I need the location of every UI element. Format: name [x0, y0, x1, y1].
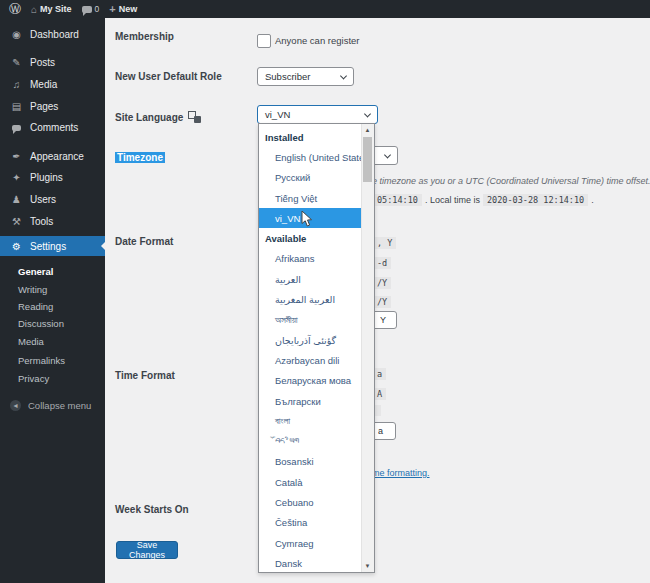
users-icon: ♟ — [10, 193, 23, 206]
language-option[interactable]: Беларуская мова — [259, 371, 362, 391]
new-user-role-value: Subscriber — [265, 71, 310, 82]
new-label: New — [119, 4, 138, 14]
site-language-dropdown-list: Installed English (United States) Русски… — [258, 123, 375, 573]
local-time-value: 2020-03-28 12:14:10 — [483, 194, 588, 206]
language-option[interactable]: Cebuano — [259, 492, 362, 512]
datetime-doc-link[interactable]: me formatting. — [372, 468, 430, 478]
save-changes-button[interactable]: Save Changes — [116, 541, 178, 559]
local-time-text: . Local time is — [425, 195, 480, 205]
language-option[interactable]: العربية — [259, 269, 362, 289]
site-language-label-text: Site Language — [115, 112, 183, 123]
submenu-item-writing[interactable]: Writing — [0, 281, 105, 297]
wordpress-menu-button[interactable]: Ⓦ — [0, 0, 26, 18]
submenu-item-reading[interactable]: Reading — [0, 298, 105, 314]
sidebar-label: Tools — [30, 216, 53, 227]
new-user-role-select[interactable]: Subscriber — [257, 67, 354, 86]
sidebar-item-media[interactable]: ♫Media — [0, 74, 105, 94]
site-language-select[interactable]: vi_VN — [257, 105, 378, 124]
new-content-button[interactable]: + New — [104, 0, 142, 18]
language-option[interactable]: Cymraeg — [259, 533, 362, 553]
admin-bar: Ⓦ ⌂ My Site 0 + New — [0, 0, 650, 18]
plus-icon: + — [109, 3, 115, 15]
anyone-can-register-checkbox[interactable] — [257, 34, 271, 48]
chevron-down-icon — [340, 72, 347, 79]
submenu-item-permalinks[interactable]: Permalinks — [0, 352, 105, 368]
language-option[interactable]: বাংলা — [259, 411, 362, 431]
settings-icon: ⚙ — [10, 240, 23, 253]
chevron-down-icon — [364, 110, 371, 117]
language-option[interactable]: العربية المغربية — [259, 289, 362, 309]
sidebar-label: Pages — [30, 101, 58, 112]
wordpress-logo-icon: Ⓦ — [9, 1, 21, 18]
sidebar-label: Media — [30, 79, 57, 90]
comment-bubble-icon — [82, 6, 92, 13]
sidebar-item-posts[interactable]: ✎Posts — [0, 52, 105, 72]
sidebar-label: Appearance — [30, 151, 84, 162]
language-option[interactable]: Bosanski — [259, 452, 362, 472]
language-option[interactable]: English (United States) — [259, 147, 362, 167]
chevron-down-icon — [384, 151, 391, 158]
collapse-menu-label: Collapse menu — [28, 400, 91, 411]
translate-icon — [188, 111, 201, 123]
timezone-label-text: Timezone — [115, 152, 165, 163]
sidebar-item-appearance[interactable]: ✒Appearance — [0, 146, 105, 166]
week-starts-label: Week Starts On — [115, 504, 189, 515]
language-option[interactable]: བོད་ཡིག — [259, 431, 362, 451]
sidebar-item-pages[interactable]: ▤Pages — [0, 96, 105, 116]
language-group-available: Available — [259, 228, 362, 248]
collapse-menu-button[interactable]: ◂ Collapse menu — [0, 396, 105, 414]
language-option[interactable]: Tiếng Việt — [259, 188, 362, 208]
language-option[interactable]: Русский — [259, 168, 362, 188]
language-group-installed: Installed — [259, 127, 362, 147]
appearance-icon: ✒ — [10, 150, 23, 163]
sidebar-label: Settings — [30, 241, 66, 252]
site-name-label: My Site — [40, 4, 72, 14]
timezone-description: e timezone as you or a UTC (Coordinated … — [372, 176, 650, 186]
language-option[interactable]: گؤنئی آذربایجان — [259, 330, 362, 350]
collapse-arrow-icon: ◂ — [10, 400, 21, 411]
language-option[interactable]: অসমীয়া — [259, 310, 362, 330]
sidebar-item-settings[interactable]: ⚙Settings — [0, 236, 105, 256]
language-option[interactable]: Afrikaans — [259, 249, 362, 269]
pages-icon: ▤ — [10, 100, 23, 113]
sidebar-label: Comments — [30, 122, 78, 133]
media-icon: ♫ — [10, 78, 23, 91]
submenu-item-general[interactable]: General — [0, 263, 105, 279]
sidebar-label: Posts — [30, 57, 55, 68]
my-site-link[interactable]: ⌂ My Site — [26, 0, 77, 18]
comments-admin-bar-button[interactable]: 0 — [77, 0, 105, 18]
submenu-item-privacy[interactable]: Privacy — [0, 370, 105, 386]
comments-icon — [10, 121, 23, 134]
language-option[interactable]: Català — [259, 472, 362, 492]
language-option[interactable]: Български — [259, 391, 362, 411]
sidebar-label: Plugins — [30, 172, 63, 183]
sidebar-item-plugins[interactable]: ✦Plugins — [0, 167, 105, 187]
plugins-icon: ✦ — [10, 171, 23, 184]
submenu-item-discussion[interactable]: Discussion — [0, 315, 105, 331]
site-language-label: Site Language — [115, 111, 201, 123]
date-format-label: Date Format — [115, 236, 173, 247]
sidebar-item-comments[interactable]: Comments — [0, 117, 105, 137]
sidebar-label: Users — [30, 194, 56, 205]
sidebar-item-users[interactable]: ♟Users — [0, 189, 105, 209]
home-icon: ⌂ — [31, 4, 37, 15]
scrollbar-thumb[interactable] — [363, 137, 372, 182]
sidebar-label: Dashboard — [30, 29, 79, 40]
timezone-label: Timezone — [115, 152, 165, 163]
language-option[interactable]: Čeština — [259, 513, 362, 533]
site-language-value: vi_VN — [265, 109, 290, 120]
language-option[interactable]: Dansk — [259, 553, 362, 573]
language-option-selected[interactable]: vi_VN — [259, 208, 362, 228]
comment-count: 0 — [95, 4, 100, 14]
sidebar-item-tools[interactable]: ⚒Tools — [0, 211, 105, 231]
anyone-can-register-label: Anyone can register — [275, 35, 360, 46]
new-user-role-label: New User Default Role — [115, 71, 222, 82]
scroll-up-arrow[interactable]: ▲ — [362, 124, 373, 136]
tools-icon: ⚒ — [10, 215, 23, 228]
sidebar-item-dashboard[interactable]: ◉Dashboard — [0, 24, 105, 44]
language-option[interactable]: Azərbaycan dili — [259, 350, 362, 370]
dropdown-scrollbar[interactable]: ▲ ▼ — [361, 124, 374, 572]
utc-time-value: 05:14:10 — [373, 194, 422, 206]
scroll-down-arrow[interactable]: ▼ — [362, 560, 373, 572]
submenu-item-media[interactable]: Media — [0, 333, 105, 349]
